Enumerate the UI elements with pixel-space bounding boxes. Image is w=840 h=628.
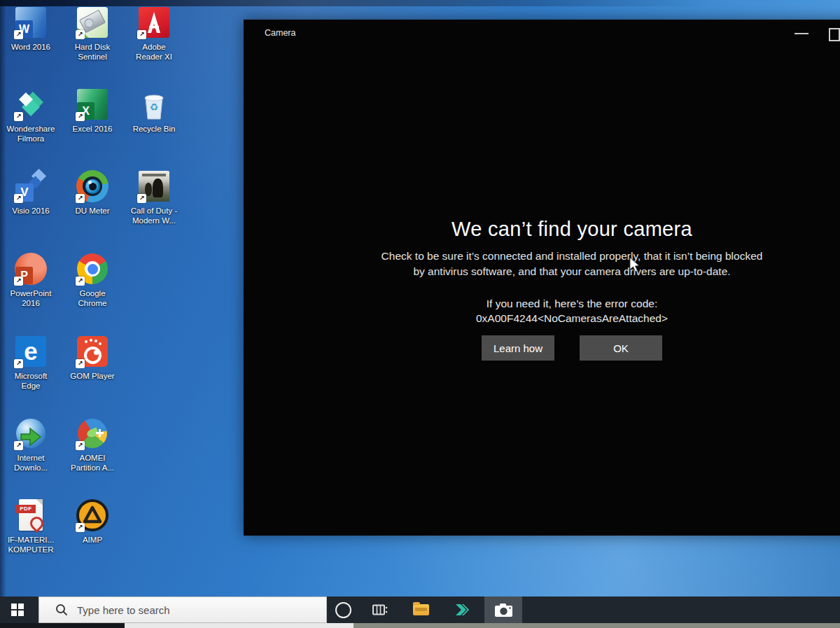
- desktop-icon-adobe-reader[interactable]: ↗ Adobe Reader XI: [123, 6, 185, 62]
- camera-error-body-line1: Check to be sure it’s connected and inst…: [244, 249, 840, 264]
- du-meter-icon: ↗: [76, 169, 109, 203]
- camera-app-window: Camera We can’t find your camera Check t…: [244, 20, 840, 536]
- desktop-icon-visio-2016[interactable]: V ↗ Visio 2016: [0, 169, 62, 216]
- window-titlebar[interactable]: Camera: [244, 20, 840, 48]
- taskbar-search-input[interactable]: Type here to search: [38, 596, 327, 623]
- desktop-icon-label: Microsoft Edge: [0, 371, 62, 391]
- hard-disk-sentinel-icon: ↗: [76, 6, 109, 39]
- learn-how-button[interactable]: Learn how: [482, 335, 554, 361]
- desktop-icon-label: Word 2016: [0, 42, 62, 52]
- search-placeholder: Type here to search: [77, 604, 170, 616]
- desktop-icon-word-2016[interactable]: W ↗ Word 2016: [0, 6, 62, 52]
- error-code-value: 0xA00F4244<NoCamerasAreAttached>: [244, 311, 840, 326]
- desktop-icon-label: Excel 2016: [62, 124, 123, 134]
- desktop-icon-hard-disk-sentinel[interactable]: ↗ Hard Disk Sentinel: [62, 6, 123, 62]
- shortcut-arrow-icon: ↗: [76, 359, 85, 368]
- camera-error-body-line2: by antivirus software, and that your cam…: [244, 264, 840, 279]
- cortana-button[interactable]: [328, 596, 359, 623]
- shortcut-arrow-icon: ↗: [14, 112, 23, 121]
- desktop-icon-if-materi-komputer[interactable]: PDF IF-MATERI... KOMPUTER: [0, 498, 62, 554]
- shortcut-arrow-icon: ↗: [14, 277, 23, 286]
- camera-error-heading: We can’t find your camera: [244, 218, 840, 241]
- desktop-icon-microsoft-edge[interactable]: e ↗ Microsoft Edge: [0, 335, 62, 391]
- error-code-intro: If you need it, here’s the error code:: [244, 296, 840, 311]
- chrome-icon: ↗: [76, 252, 109, 286]
- shortcut-arrow-icon: ↗: [137, 194, 146, 203]
- desktop-icon-recycle-bin[interactable]: ♻ Recycle Bin: [123, 88, 185, 134]
- desktop-icon-label: Wondershare Filmora: [0, 124, 62, 144]
- edge-icon: e ↗: [14, 335, 48, 368]
- adobe-reader-icon: ↗: [137, 6, 171, 39]
- pdf-file-icon: PDF: [14, 498, 48, 532]
- bottom-strip: [0, 623, 840, 628]
- shortcut-arrow-icon: ↗: [76, 112, 85, 121]
- desktop-icon-gom-player[interactable]: ↗ GOM Player: [62, 335, 123, 381]
- filmora-taskbar-button[interactable]: [445, 596, 477, 623]
- desktop-icon-google-chrome[interactable]: ↗ Google Chrome: [62, 252, 123, 308]
- shortcut-arrow-icon: ↗: [76, 277, 85, 286]
- powerpoint-icon: P ↗: [14, 252, 48, 286]
- word-icon: W ↗: [14, 6, 48, 39]
- desktop-icon-internet-download-manager[interactable]: ↗ Internet Downlo...: [0, 417, 62, 473]
- file-explorer-button[interactable]: [405, 596, 437, 623]
- desktop-icon-label: AOMEI Partition A...: [62, 453, 123, 473]
- minimize-button[interactable]: [784, 20, 819, 48]
- desktop-icon-label: DU Meter: [62, 206, 123, 216]
- filmora-icon: ↗: [14, 88, 48, 121]
- shortcut-arrow-icon: ↗: [76, 30, 85, 39]
- camera-taskbar-button[interactable]: [484, 596, 522, 623]
- desktop-icon-aimp[interactable]: ↗ AIMP: [62, 498, 123, 545]
- task-view-button[interactable]: [364, 596, 396, 623]
- desktop-icon-label: Hard Disk Sentinel: [62, 42, 123, 62]
- windows-logo-icon: [11, 603, 24, 616]
- desktop-icon-excel-2016[interactable]: X ↗ Excel 2016: [62, 88, 123, 134]
- shortcut-arrow-icon: ↗: [76, 441, 85, 450]
- shortcut-arrow-icon: ↗: [76, 523, 85, 532]
- desktop-icon-label: AIMP: [62, 535, 123, 545]
- search-icon: [55, 603, 68, 616]
- start-button[interactable]: [0, 596, 35, 623]
- desktop-icon-label: PowerPoint 2016: [0, 288, 62, 308]
- cortana-icon: [335, 602, 351, 618]
- shortcut-arrow-icon: ↗: [76, 194, 85, 203]
- bottom-strip-right: [354, 623, 840, 628]
- shortcut-arrow-icon: ↗: [14, 441, 23, 450]
- shortcut-arrow-icon: ↗: [14, 30, 23, 39]
- file-explorer-icon: [413, 604, 429, 615]
- desktop-icon-label: Internet Downlo...: [0, 453, 62, 473]
- desktop-icon-label: IF-MATERI... KOMPUTER: [0, 535, 62, 554]
- desktop-icon-label: GOM Player: [62, 371, 123, 381]
- taskbar: Type here to search: [0, 596, 840, 623]
- desktop-icon-label: Adobe Reader XI: [123, 42, 185, 62]
- ok-button[interactable]: OK: [580, 335, 662, 361]
- bottom-strip-middle: [125, 623, 354, 628]
- idm-icon: ↗: [14, 417, 48, 450]
- minimize-icon: [794, 33, 808, 34]
- call-of-duty-icon: ↗: [137, 169, 171, 203]
- shortcut-arrow-icon: ↗: [137, 30, 146, 39]
- recycle-symbol-icon: ♻: [137, 102, 171, 113]
- maximize-button[interactable]: [829, 28, 840, 41]
- camera-error-code-block: If you need it, here’s the error code: 0…: [244, 296, 840, 326]
- camera-error-body: Check to be sure it’s connected and inst…: [244, 249, 840, 279]
- taskbar-tray-area: [522, 596, 840, 623]
- bottom-strip-left: [0, 623, 125, 628]
- desktop-icon-wondershare-filmora[interactable]: ↗ Wondershare Filmora: [0, 88, 62, 144]
- desktop-icon-powerpoint-2016[interactable]: P ↗ PowerPoint 2016: [0, 252, 62, 308]
- desktop-icon-label: Google Chrome: [62, 288, 123, 308]
- shortcut-arrow-icon: ↗: [14, 194, 23, 203]
- desktop-icon-du-meter[interactable]: ↗ DU Meter: [62, 169, 123, 216]
- visio-icon: V ↗: [14, 169, 48, 203]
- desktop-icon-label: Recycle Bin: [123, 124, 185, 134]
- desktop-icon-call-of-duty[interactable]: ↗ Call of Duty - Modern W...: [123, 169, 185, 225]
- desktop-icon-label: Visio 2016: [0, 206, 62, 216]
- task-view-icon: [372, 604, 388, 616]
- aomei-icon: ↗: [76, 417, 109, 450]
- recycle-bin-icon: ♻: [137, 88, 171, 121]
- excel-icon: X ↗: [76, 88, 109, 121]
- shortcut-arrow-icon: ↗: [14, 359, 23, 368]
- gom-player-icon: ↗: [76, 335, 109, 368]
- desktop-icon-label: Call of Duty - Modern W...: [123, 206, 185, 225]
- desktop-icon-aomei-partition[interactable]: ↗ AOMEI Partition A...: [62, 417, 123, 473]
- aimp-icon: ↗: [76, 498, 109, 532]
